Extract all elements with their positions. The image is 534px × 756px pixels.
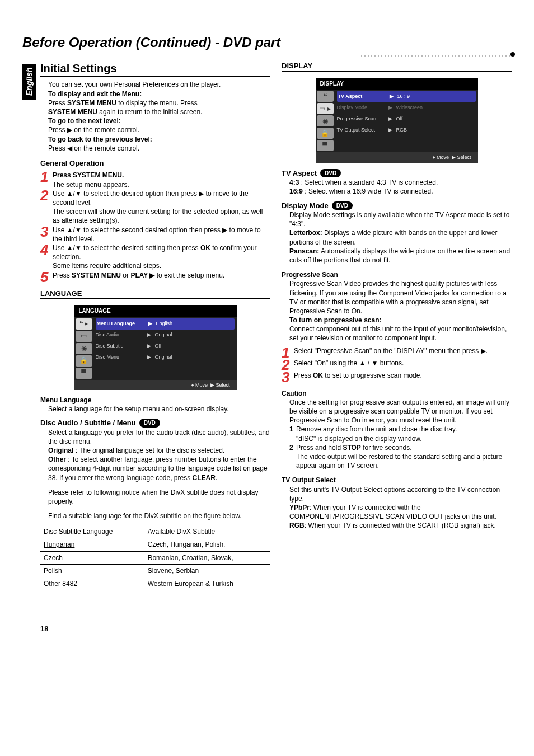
pstep-2: 2 Select "On" using the ▲ / ▼ buttons. xyxy=(282,359,512,371)
menu-row: Display Mode▶Widescreen xyxy=(337,102,476,113)
intro-press-left: Press ◀ on the remote control. xyxy=(48,144,270,153)
pstep2-body: Select "On" using the ▲ / ▼ buttons. xyxy=(294,359,512,371)
right-column: DISPLAY DISPLAY ❝ ▭ ▸ ◉ 🔒 ▀ TV Aspect▶16… xyxy=(282,61,512,633)
table-row: PolishSlovene, Serbian xyxy=(40,564,270,577)
step-number: 5 xyxy=(40,271,49,283)
divx-notice: Please refer to following notice when th… xyxy=(48,488,270,506)
menu-row: Disc Audio▶Original xyxy=(96,330,235,341)
displaymode-p: Display Mode settings is only available … xyxy=(289,210,512,228)
menu-row: TV Output Select▶RGB xyxy=(337,124,476,135)
display-menu-screenshot: DISPLAY ❝ ▭ ▸ ◉ 🔒 ▀ TV Aspect▶16 : 9 Dis… xyxy=(316,78,478,163)
step5: Press SYSTEM MENU or PLAY ▶ to exit the … xyxy=(53,271,270,283)
language-menu-screenshot: LANGUAGE ❝ ▸ ▭ ◉ 🔒 ▀ Menu Language▶Engli… xyxy=(74,305,237,390)
intro-press-right: Press ▶ on the remote control. xyxy=(48,125,270,134)
intro-display-exit: To display and exit the Menu: xyxy=(48,90,270,98)
step-number: 1 xyxy=(40,171,49,189)
disc-audio-p1: Select a language you prefer for the aud… xyxy=(48,428,270,446)
menu-footer: ♦ Move ▶ Select xyxy=(74,380,237,390)
intro-p1: You can set your own Personal Preference… xyxy=(48,80,270,89)
others-icon: ▀ xyxy=(76,368,92,379)
other-line: Other : To select another language, pres… xyxy=(48,455,270,482)
language-tab: English xyxy=(22,64,36,100)
menu-title: DISPLAY xyxy=(316,78,478,90)
others-icon: ▀ xyxy=(317,140,334,151)
step-number: 3 xyxy=(282,371,291,383)
step1-a: Press SYSTEM MENU. xyxy=(53,171,270,180)
step-4: 4 Use ▲/▼ to select the desired setting … xyxy=(40,243,270,271)
pstep-3: 3 Press OK to set to progressive scan mo… xyxy=(282,371,512,383)
step-2: 2 Use ▲/▼ to select the desired option t… xyxy=(40,189,270,226)
letterbox-line: Letterbox: Displays a wide picture with … xyxy=(289,228,512,246)
menu-language-head: Menu Language xyxy=(40,396,270,405)
lock-icon: 🔒 xyxy=(317,128,334,139)
caution-2c: The video output will be restored to the… xyxy=(296,452,512,470)
display-icon: ▭ ▸ xyxy=(317,103,334,114)
speech-icon: ❝ xyxy=(317,91,334,102)
progscan-p1: Progressive Scan Video provides the high… xyxy=(289,279,512,316)
dvd-badge: DVD xyxy=(320,169,341,178)
progscan-head: Progressive Scan xyxy=(282,270,512,279)
step-5: 5 Press SYSTEM MENU or PLAY ▶ to exit th… xyxy=(40,271,270,283)
chapter-title: Before Operation (Continued) - DVD part xyxy=(22,34,512,53)
display-head: DISPLAY xyxy=(282,61,512,72)
displaymode-head: Display Mode DVD xyxy=(282,201,512,211)
pstep-1: 1 Select "Progressive Scan" on the "DISP… xyxy=(282,346,512,359)
caution-1b: "dISC" is displayed on the display windo… xyxy=(296,434,512,443)
language-head: LANGUAGE xyxy=(40,289,270,300)
table-row: HungarianCzech, Hungarian, Polish, xyxy=(40,538,270,551)
audio-icon: ◉ xyxy=(76,343,92,354)
table-head-2: Available DivX Subtitle xyxy=(144,525,270,538)
speech-icon: ❝ ▸ xyxy=(76,318,92,330)
step-number: 4 xyxy=(40,243,49,271)
disc-audio-head: Disc Audio / Subtitle / Menu DVD xyxy=(40,418,270,428)
menu-row: Progressive Scan▶Off xyxy=(337,113,476,124)
pstep3-body: Press OK to set to progressive scan mode… xyxy=(294,371,512,383)
dvd-badge: DVD xyxy=(332,201,353,210)
general-operation-head: General Operation xyxy=(40,158,270,169)
audio-icon: ◉ xyxy=(317,115,334,126)
tvout-p: Set this unit's TV Output Select options… xyxy=(289,485,512,503)
caution-head: Caution xyxy=(282,389,512,398)
dvd-badge: DVD xyxy=(139,419,160,428)
table-row: Other 8482Western European & Turkish xyxy=(40,577,270,590)
ypbpr-line: YPbPr: When your TV is connected with th… xyxy=(289,503,512,521)
progscan-p2: Connect component out of this unit to th… xyxy=(289,325,512,342)
progscan-turn: To turn on progressive scan: xyxy=(289,316,512,325)
menu-row: Disc Menu▶Original xyxy=(96,352,235,363)
step-1: 1 Press SYSTEM MENU. The setup menu appe… xyxy=(40,171,270,189)
display-icon: ▭ xyxy=(76,331,92,342)
section-title: Initial Settings xyxy=(40,61,270,77)
intro-prev-level: To go back to the previous level: xyxy=(48,135,270,144)
table-row: CzechRomanian, Croatian, Slovak, xyxy=(40,551,270,564)
intro-p4: SYSTEM MENU again to return to the initi… xyxy=(48,107,270,116)
tvaspect-169: 16:9 : Select when a 16:9 wide TV is con… xyxy=(289,187,512,196)
left-column: Initial Settings You can set your own Pe… xyxy=(40,61,270,633)
step2-b: The screen will show the current setting… xyxy=(53,207,270,225)
rgb-line: RGB: When your TV is connected with the … xyxy=(289,521,512,530)
caution-2: 2Press and hold STOP for five seconds. xyxy=(289,443,512,452)
table-head-1: Disc Subtitle Language xyxy=(40,525,144,538)
panscan-line: Panscan: Automatically displays the wide… xyxy=(289,247,512,265)
caution-p: Once the setting for progressive scan ou… xyxy=(289,398,512,425)
intro-p3: Press SYSTEM MENU to display the menu. P… xyxy=(48,98,270,107)
tvaspect-43: 4:3 : Select when a standard 4:3 TV is c… xyxy=(289,178,512,187)
step1-b: The setup menu appears. xyxy=(53,180,270,189)
step-3: 3 Use ▲/▼ to select the second desired o… xyxy=(40,226,270,243)
table-header-row: Disc Subtitle Language Available DivX Su… xyxy=(40,525,270,538)
tvaspect-head: TV Aspect DVD xyxy=(282,168,512,179)
lock-icon: 🔒 xyxy=(76,355,92,367)
subtitle-table: Disc Subtitle Language Available DivX Su… xyxy=(40,525,270,590)
step-number: 2 xyxy=(40,189,49,226)
step4-a: Use ▲/▼ to select the desired setting th… xyxy=(53,243,270,261)
step2-a: Use ▲/▼ to select the desired option the… xyxy=(53,189,270,207)
step4-c: Some items require additional steps. xyxy=(53,261,270,270)
page-number: 18 xyxy=(40,624,270,634)
divx-find: Find a suitable language for the DivX su… xyxy=(48,511,270,520)
pstep1-body: Select "Progressive Scan" on the "DISPLA… xyxy=(294,346,512,359)
step3: Use ▲/▼ to select the second desired opt… xyxy=(53,226,270,243)
menu-row: TV Aspect▶16 : 9 xyxy=(337,91,476,102)
menu-footer: ♦ Move ▶ Select xyxy=(316,152,478,162)
caution-1: 1Remove any disc from the unit and close… xyxy=(289,425,512,434)
original-line: Original : The original language set for… xyxy=(48,446,270,455)
tvout-head: TV Output Select xyxy=(282,476,512,485)
